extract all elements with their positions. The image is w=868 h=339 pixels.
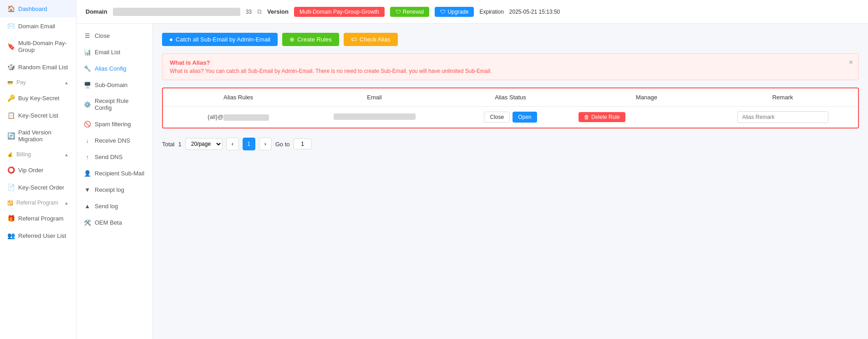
next-page-button[interactable]: › [259, 138, 272, 150]
sub-nav-receipt-rule-config[interactable]: ⚙️ Receipt Rule Config [76, 93, 152, 116]
sub-nav-receipt-log[interactable]: ▼ Receipt log [76, 181, 152, 198]
cell-remark [715, 111, 851, 123]
referral-program-icon: 🎁 [7, 215, 15, 222]
key-secret-order-icon: 📄 [7, 184, 15, 191]
create-rules-button[interactable]: ⊕ Create Rules [282, 33, 339, 46]
sidebar-item-buy-key-secret[interactable]: 🔑 Buy Key-Secret [0, 89, 76, 107]
sub-nav-send-log[interactable]: ▲ Send log [76, 198, 152, 214]
pay-icon: 💳 [7, 80, 13, 85]
status-open-button[interactable]: Open [513, 112, 537, 123]
sidebar-item-domain-email[interactable]: ✉️ Domain Email [0, 17, 76, 35]
sidebar-item-dashboard[interactable]: 🏠 Dashboard [0, 0, 76, 17]
renewal-button[interactable]: 🛡 Renewal [390, 7, 430, 17]
upgrade-button[interactable]: 🛡 Upgrade [435, 7, 474, 17]
sidebar-item-multi-domain[interactable]: 🔖 Multi-Domain Pay-Group [0, 35, 76, 58]
cell-email [306, 113, 442, 121]
status-buttons: Close Open [442, 112, 579, 123]
alias-rules-table: Alias Rules Email Alias Status Manage Re… [162, 87, 859, 128]
plus-circle-icon: ⊕ [289, 36, 294, 43]
copy-icon[interactable]: ⧉ [257, 8, 262, 15]
sub-nav-close[interactable]: ☰ Close [76, 27, 152, 44]
goto-input[interactable] [294, 139, 312, 149]
send-log-icon: ▲ [84, 202, 91, 210]
info-box-close-button[interactable]: × [849, 58, 853, 67]
referral-icon: 🔁 [7, 200, 13, 205]
sub-nav-sub-domain[interactable]: 🖥️ Sub-Domain [76, 77, 152, 93]
domain-label: Domain [86, 8, 107, 15]
referred-user-icon: 👥 [7, 232, 15, 239]
upgrade-icon: 🛡 [440, 9, 446, 15]
sub-nav-recipient-sub-mail[interactable]: 👤 Recipient Sub-Mail [76, 165, 152, 181]
cell-alias-rules: {all}@ [170, 113, 306, 121]
sidebar-group-billing[interactable]: 💰 Billing ▲ [0, 148, 76, 161]
email-list-icon: 📊 [84, 48, 91, 56]
vip-order-icon: ⭕ [7, 166, 15, 174]
check-alias-button[interactable]: 🏷 Check Alias [344, 33, 398, 46]
sub-domain-icon: 🖥️ [84, 81, 91, 88]
receipt-rule-icon: ⚙️ [84, 101, 91, 108]
tag-icon: 🏷 [351, 36, 357, 43]
sidebar-item-referral-program[interactable]: 🎁 Referral Program [0, 210, 76, 227]
table-row: {all}@ Close Open 🗑 Delet [163, 107, 858, 128]
circle-dot-icon: ● [169, 36, 173, 43]
close-menu-icon: ☰ [84, 32, 91, 39]
oem-icon: 🛠️ [84, 219, 91, 226]
table-header: Alias Rules Email Alias Status Manage Re… [163, 88, 858, 107]
sidebar-group-referral[interactable]: 🔁 Referral Program ▲ [0, 196, 76, 210]
content-area: ☰ Close 📊 Email List 🔧 Alias Config 🖥️ S… [76, 24, 868, 339]
sidebar-group-pay[interactable]: 💳 Pay ▲ [0, 76, 76, 89]
header-alias-status: Alias Status [442, 94, 579, 101]
receipt-log-icon: ▼ [84, 186, 91, 193]
buy-key-secret-icon: 🔑 [7, 94, 15, 102]
header-remark: Remark [715, 94, 851, 101]
catch-all-button[interactable]: ● Catch all Sub-Email by Admin-Email [162, 33, 278, 46]
dashboard-icon: 🏠 [7, 5, 15, 12]
pagination: Total 1 20/page ‹ 1 › Go to [162, 138, 859, 150]
referral-chevron-icon: ▲ [64, 200, 69, 205]
cell-manage: 🗑 Delete Rule [579, 112, 715, 122]
pay-chevron-icon: ▲ [64, 80, 69, 85]
billing-chevron-icon: ▲ [64, 152, 69, 157]
per-page-select[interactable]: 20/page [185, 138, 223, 150]
receive-dns-icon: ↓ [84, 137, 91, 144]
sidebar-item-vip-order[interactable]: ⭕ Vip Order [0, 161, 76, 179]
header-manage: Manage [579, 94, 715, 101]
sidebar-item-referred-user-list[interactable]: 👥 Referred User List [0, 227, 76, 244]
sidebar-item-paid-version-migration[interactable]: 🔄 Paid Version Migration [0, 124, 76, 148]
alias-config-icon: 🔧 [84, 65, 91, 72]
delete-rule-button[interactable]: 🗑 Delete Rule [579, 112, 625, 122]
header-email: Email [306, 94, 442, 101]
sub-nav-email-list[interactable]: 📊 Email List [76, 44, 152, 60]
prev-page-button[interactable]: ‹ [226, 138, 239, 150]
sub-nav-oem[interactable]: 🛠️ OEM Beta [76, 214, 152, 231]
version-badge[interactable]: Multi-Domain Pay-Group-Growth [294, 7, 385, 17]
sidebar-item-key-secret-list[interactable]: 📋 Key-Secret List [0, 107, 76, 124]
left-sidebar: 🏠 Dashboard ✉️ Domain Email 🔖 Multi-Doma… [0, 0, 76, 339]
spam-filtering-icon: 🚫 [84, 120, 91, 128]
random-email-icon: 🎲 [7, 63, 15, 71]
sub-nav-alias-config[interactable]: 🔧 Alias Config [76, 60, 152, 77]
domain-email-icon: ✉️ [7, 22, 15, 30]
info-box: What is Alias? What is alias? You can ca… [162, 53, 859, 80]
domain-value [113, 8, 240, 16]
sidebar-item-random-email[interactable]: 🎲 Random Email List [0, 58, 76, 76]
goto-label: Go to [275, 141, 290, 148]
alias-rules-redacted [223, 114, 269, 121]
multi-domain-icon: 🔖 [7, 43, 15, 50]
recipient-sub-mail-icon: 👤 [84, 170, 91, 177]
sidebar-item-key-secret-order[interactable]: 📄 Key-Secret Order [0, 179, 76, 196]
sub-nav-receive-dns[interactable]: ↓ Receive DNS [76, 132, 152, 149]
page-1-button[interactable]: 1 [243, 138, 255, 150]
cell-alias-status: Close Open [442, 112, 579, 123]
remark-input[interactable] [737, 111, 828, 123]
total-count: 1 [178, 141, 181, 148]
trash-icon: 🗑 [584, 114, 589, 120]
send-dns-icon: ↑ [84, 153, 91, 160]
top-bar: Domain 33 ⧉ Version Multi-Domain Pay-Gro… [76, 0, 868, 24]
billing-icon: 💰 [7, 152, 13, 157]
shield-icon: 🛡 [396, 9, 401, 15]
sub-nav-spam-filtering[interactable]: 🚫 Spam filtering [76, 116, 152, 132]
header-alias-rules: Alias Rules [170, 94, 306, 101]
sub-nav-send-dns[interactable]: ↑ Send DNS [76, 149, 152, 165]
status-close-button[interactable]: Close [484, 112, 510, 123]
